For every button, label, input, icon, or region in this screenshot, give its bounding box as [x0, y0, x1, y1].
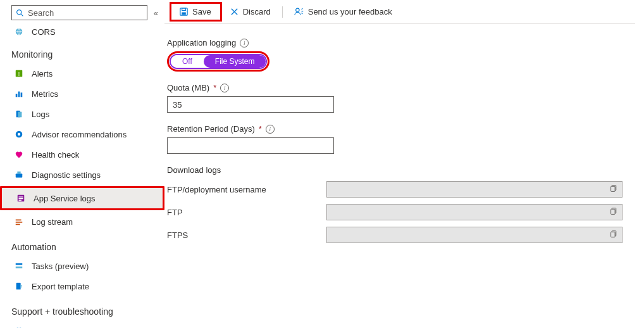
sidebar-item-label: Diagnostic settings: [32, 170, 101, 180]
app-logging-toggle[interactable]: Off File System: [170, 54, 267, 69]
search-icon: [16, 9, 24, 17]
sidebar-item-alerts[interactable]: ! Alerts: [0, 63, 164, 84]
svg-point-29: [295, 8, 299, 11]
svg-rect-31: [611, 186, 616, 191]
search-placeholder: Search: [28, 8, 54, 18]
sidebar-item-logstream[interactable]: Log stream: [0, 211, 164, 232]
quota-label: Quota (MB): [167, 83, 209, 92]
save-icon: [179, 7, 189, 16]
svg-rect-15: [19, 196, 23, 197]
sidebar-item-label: Log stream: [32, 217, 73, 227]
sidebar-item-diagnostic[interactable]: Diagnostic settings: [0, 165, 164, 185]
feedback-icon: [294, 7, 304, 16]
info-icon[interactable]: i: [266, 125, 275, 134]
feedback-button[interactable]: Send us your feedback: [287, 4, 400, 20]
app-logging-label: Application logging: [167, 38, 236, 47]
toggle-off[interactable]: Off: [171, 55, 204, 68]
discard-label: Discard: [243, 7, 271, 16]
sidebar-item-appservicelogs[interactable]: App Service logs: [2, 188, 163, 208]
diagnostic-icon: [14, 170, 24, 180]
svg-rect-18: [16, 220, 22, 221]
svg-rect-6: [18, 92, 20, 98]
sidebar-item-label: Advisor recommendations: [32, 130, 127, 139]
svg-rect-33: [611, 209, 616, 214]
svg-text:!: !: [18, 71, 20, 77]
sidebar-item-health[interactable]: Health check: [0, 144, 164, 165]
toggle-filesystem[interactable]: File System: [204, 55, 266, 68]
collapse-sidebar-icon[interactable]: «: [154, 8, 158, 18]
sidebar-item-cors[interactable]: CORS: [0, 24, 164, 39]
svg-rect-35: [611, 232, 616, 237]
sidebar-item-label: Tasks (preview): [32, 262, 89, 271]
sidebar-item-resourcehealth[interactable]: Resource health: [0, 320, 164, 328]
discard-icon: [230, 7, 239, 16]
section-support: Support + troubleshooting: [0, 296, 164, 320]
section-monitoring: Monitoring: [0, 39, 164, 63]
sidebar-item-label: Resource health: [32, 326, 92, 329]
sidebar-item-label: Metrics: [32, 89, 58, 99]
sidebar-item-label: Export template: [32, 282, 89, 291]
save-button[interactable]: Save: [173, 5, 218, 18]
svg-rect-17: [19, 200, 22, 201]
ftps-label: FTPS: [167, 230, 326, 240]
svg-rect-9: [18, 112, 22, 118]
quota-input[interactable]: [167, 96, 334, 113]
alerts-icon: !: [14, 68, 24, 79]
svg-rect-13: [17, 172, 20, 174]
sidebar-item-export[interactable]: Export template: [0, 276, 164, 296]
svg-rect-21: [16, 263, 23, 265]
discard-button[interactable]: Discard: [222, 4, 278, 20]
ftps-field[interactable]: [326, 227, 622, 243]
svg-rect-19: [16, 222, 23, 223]
svg-rect-7: [21, 92, 23, 97]
advisor-icon: [14, 129, 24, 139]
required-asterisk: *: [259, 124, 262, 134]
logstream-icon: [14, 217, 24, 227]
copy-icon[interactable]: [610, 184, 618, 194]
info-icon[interactable]: i: [220, 84, 229, 92]
copy-icon[interactable]: [610, 207, 618, 217]
download-logs-title: Download logs: [167, 165, 635, 175]
sidebar-item-label: Alerts: [32, 69, 53, 79]
tasks-icon: [14, 261, 24, 271]
toolbar: Save Discard Send us your feedback: [164, 0, 635, 24]
logs-icon: [14, 109, 24, 119]
main-content: Save Discard Send us your feedback Appli…: [164, 0, 644, 328]
svg-point-0: [17, 9, 22, 14]
svg-line-1: [21, 14, 23, 16]
svg-rect-5: [16, 94, 18, 97]
sidebar-item-label: CORS: [32, 27, 56, 37]
section-automation: Automation: [0, 232, 164, 256]
info-icon[interactable]: i: [240, 39, 249, 47]
toolbar-divider: [282, 6, 283, 18]
retention-label: Retention Period (Days): [167, 124, 255, 134]
retention-input[interactable]: [167, 137, 334, 154]
required-asterisk: *: [213, 83, 216, 92]
ftp-field[interactable]: [326, 204, 622, 220]
copy-icon[interactable]: [610, 230, 618, 240]
svg-rect-25: [182, 8, 186, 11]
ftp-username-field[interactable]: [326, 181, 622, 198]
sidebar-item-label: Health check: [32, 150, 79, 160]
export-icon: [14, 281, 24, 291]
search-input[interactable]: Search: [11, 5, 147, 20]
svg-rect-26: [182, 12, 186, 15]
sidebar-item-advisor[interactable]: Advisor recommendations: [0, 124, 164, 144]
metrics-icon: [14, 89, 24, 99]
sidebar: Search « CORS Monitoring ! Alerts Metric…: [0, 0, 164, 328]
ftp-username-label: FTP/deployment username: [167, 185, 326, 194]
sidebar-item-tasks[interactable]: Tasks (preview): [0, 256, 164, 276]
sidebar-item-label: Logs: [32, 110, 49, 119]
sidebar-item-metrics[interactable]: Metrics: [0, 84, 164, 104]
svg-rect-22: [16, 267, 23, 268]
cors-icon: [14, 27, 24, 37]
resourcehealth-icon: [14, 325, 24, 328]
sidebar-item-logs[interactable]: Logs: [0, 104, 164, 124]
save-label: Save: [192, 7, 211, 16]
svg-rect-12: [16, 173, 23, 177]
appservicelogs-icon: [16, 193, 26, 203]
sidebar-item-label: App Service logs: [34, 194, 96, 203]
svg-rect-23: [16, 283, 21, 290]
health-icon: [14, 149, 24, 160]
svg-rect-20: [16, 224, 20, 225]
